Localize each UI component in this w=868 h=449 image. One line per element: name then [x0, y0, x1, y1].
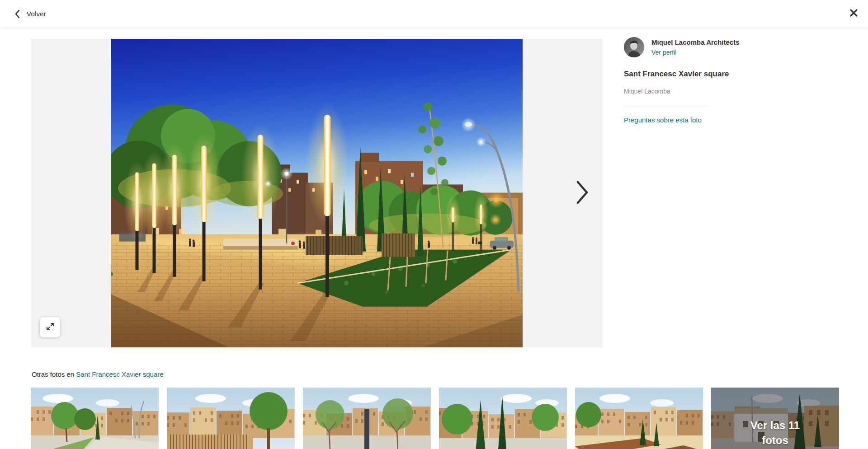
photo-viewer-stage [31, 39, 603, 347]
related-photo-thumbnail-plaza-daytime-path[interactable] [31, 388, 159, 449]
author-avatar[interactable] [624, 37, 644, 57]
related-heading-link[interactable]: Sant Francesc Xavier square [76, 370, 163, 378]
photo-byline: Miquel Lacomba [624, 88, 670, 95]
photo-title: Sant Francesc Xavier square [624, 70, 729, 79]
related-photo-thumbnail-white-house-more[interactable]: Ver las 11 fotos [711, 388, 839, 449]
chevron-left-icon [14, 9, 20, 19]
author-name: Miquel Lacomba Architects [651, 38, 740, 47]
related-photos-heading: Otras fotos enSant Francesc Xavier squar… [32, 370, 164, 379]
close-button[interactable] [844, 4, 863, 23]
see-all-photos-label: Ver las 11 fotos [739, 418, 811, 448]
back-button-label: Volver [27, 10, 46, 18]
related-photo-thumbnail-playground-sand[interactable] [167, 388, 295, 449]
related-photo-thumbnail-plaza-light-column[interactable] [303, 388, 431, 449]
related-photo-thumbnail-corten-planters[interactable] [575, 388, 703, 449]
related-photos-row: Ver las 11 fotos [31, 388, 839, 449]
see-all-photos-overlay[interactable]: Ver las 11 fotos [711, 388, 839, 449]
expand-icon [46, 322, 55, 332]
top-bar: Volver [0, 0, 868, 28]
main-photo[interactable] [111, 39, 523, 347]
related-heading-prefix: Otras fotos en [32, 370, 74, 378]
related-photo-thumbnail-cypress-trees[interactable] [439, 388, 567, 449]
photo-info-sidebar: Miquel Lacomba Architects Ver perfil San… [624, 37, 841, 317]
sidebar-divider [624, 105, 707, 105]
questions-link[interactable]: Preguntas sobre esta foto [624, 116, 702, 124]
next-photo-button[interactable] [570, 173, 595, 212]
close-icon [849, 9, 858, 19]
view-profile-link[interactable]: Ver perfil [651, 49, 676, 56]
back-button[interactable]: Volver [12, 0, 49, 28]
author-row: Miquel Lacomba Architects Ver perfil [624, 37, 740, 57]
chevron-right-icon [576, 180, 589, 206]
expand-button[interactable] [40, 317, 60, 337]
